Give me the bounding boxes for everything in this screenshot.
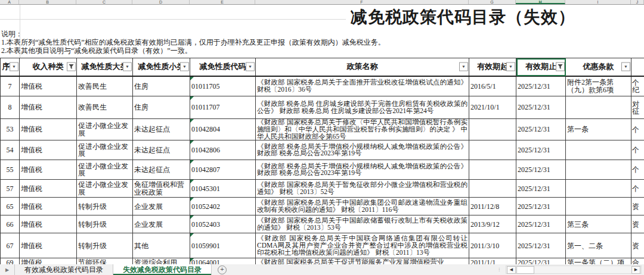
- column-letter-B[interactable]: B: [19, 0, 76, 4]
- filter-dropdown-icon[interactable]: ▼: [10, 62, 18, 71]
- cell-seq[interactable]: 55: [1, 160, 20, 180]
- cell-major[interactable]: 促进小微企业发展: [77, 160, 133, 180]
- filter-funnel-icon[interactable]: [556, 62, 565, 71]
- cell-seq[interactable]: 54: [1, 140, 20, 160]
- cell-policy[interactable]: 《财政部 国家税务总局关于中国邮政集团公司邮政速递物流业务重组改制有关税收问题的…: [256, 198, 469, 215]
- col-header-blank[interactable]: [631, 58, 644, 76]
- tab-invalid-directory[interactable]: 失效减免税政策代码目录: [113, 264, 212, 275]
- cell-clause[interactable]: [566, 180, 631, 198]
- cell-minor[interactable]: 未达起征点: [133, 160, 190, 180]
- cell-end[interactable]: 2025/12/31: [516, 96, 566, 119]
- cell-minor[interactable]: 未达起征点: [133, 119, 190, 140]
- cell-income[interactable]: 增值税: [20, 96, 77, 119]
- column-letter-F[interactable]: F: [255, 0, 469, 4]
- col-header-minor[interactable]: 减免性质小类▼: [133, 58, 190, 76]
- cell-policy[interactable]: 《财政部 税务总局关于增值税小规模纳税人减免增值税政策的公告》 财政部 税务总局…: [256, 160, 469, 180]
- cell-minor[interactable]: 住房: [133, 76, 190, 96]
- column-letter-C[interactable]: C: [76, 0, 132, 4]
- tab-splitter-handle[interactable]: ⁞: [499, 265, 500, 274]
- cell-policy[interactable]: 《财政部 国家税务总局关于中国联合网络通信集团有限公司转让CDMA网及其用户资产…: [256, 233, 469, 258]
- col-header-seq[interactable]: 序号▼: [1, 58, 20, 76]
- cell-major[interactable]: 促进小微企业发展: [77, 180, 133, 198]
- cell-income[interactable]: 增值税: [20, 215, 77, 233]
- col-header-start[interactable]: 有效期起▼: [469, 58, 516, 76]
- filter-dropdown-icon[interactable]: ▼: [180, 62, 189, 71]
- filter-dropdown-icon[interactable]: ▼: [506, 62, 515, 71]
- cell-policy[interactable]: 《财政部 国家税务总局关于中国邮政储蓄银行改制上市有关税收政策的通知》 财税〔2…: [256, 215, 469, 233]
- cell-start[interactable]: [469, 180, 516, 198]
- col-header-clause[interactable]: 优惠条款▼: [566, 58, 631, 76]
- cell-frag[interactable]: 个: [631, 140, 644, 160]
- cell-major[interactable]: 改善民生: [77, 76, 133, 96]
- cell-frag[interactable]: 个: [631, 160, 644, 180]
- cell-major[interactable]: 转制升级: [77, 215, 133, 233]
- cell-policy[interactable]: 《财政部 税务总局关于增值税小规模纳税人减免增值税政策的公告》 财政部 税务总局…: [256, 140, 469, 160]
- cell-code[interactable]: 01059901: [190, 233, 256, 258]
- filter-dropdown-icon[interactable]: ▼: [621, 62, 630, 71]
- cell-code[interactable]: 01052403: [190, 215, 256, 233]
- column-letter-D[interactable]: D: [132, 0, 190, 4]
- cell-major[interactable]: 改善民生: [77, 96, 133, 119]
- column-letter-A[interactable]: A: [0, 0, 19, 4]
- filter-dropdown-icon[interactable]: ▼: [123, 62, 132, 71]
- cell-seq[interactable]: 66: [1, 215, 20, 233]
- cell-start[interactable]: 2016/5/1: [469, 76, 516, 96]
- cell-income[interactable]: 增值税: [20, 140, 77, 160]
- cell-seq[interactable]: 7: [1, 76, 20, 96]
- cell-clause[interactable]: 第一、二条: [566, 233, 631, 258]
- cell-income[interactable]: 增值税: [20, 198, 77, 215]
- cell-code[interactable]: 01011705: [190, 76, 256, 96]
- cell-minor[interactable]: 住房: [133, 96, 190, 119]
- cell-start[interactable]: 2011/3/10: [469, 233, 516, 258]
- sheet-nav-arrow-icon[interactable]: ▶: [0, 264, 14, 275]
- cell-clause[interactable]: [566, 140, 631, 160]
- cell-end[interactable]: 2025/12/31: [516, 258, 566, 264]
- cell-frag[interactable]: 个: [631, 180, 644, 198]
- column-letter-H[interactable]: H: [516, 0, 565, 4]
- cell-end[interactable]: 2025/12/31: [516, 119, 566, 140]
- col-header-income[interactable]: 收入种类: [20, 58, 77, 76]
- cell-end[interactable]: 2025/12/31: [516, 140, 566, 160]
- cell-code[interactable]: 01042804: [190, 119, 256, 140]
- cell-end[interactable]: 2025/12/31: [516, 180, 566, 198]
- cell-policy[interactable]: 《财政部 国家税务总局关于全面推开营业税改征增值税试点的通知》 财税〔2016〕…: [256, 76, 469, 96]
- horizontal-scrollbar[interactable]: ◀ ▶: [506, 265, 642, 274]
- cell-start[interactable]: [469, 119, 516, 140]
- cell-clause[interactable]: 第三条: [566, 215, 631, 233]
- cell-major[interactable]: 促进小微企业发展: [77, 140, 133, 160]
- cell-policy[interactable]: 《财政部 国家税务总局关于修改〈中华人民共和国增值税暂行条例实施细则〉和〈中华人…: [256, 119, 469, 140]
- cell-seq[interactable]: 57: [1, 180, 20, 198]
- cell-major[interactable]: 转制升级: [77, 198, 133, 215]
- col-header-major[interactable]: 减免性质大类▼: [77, 58, 133, 76]
- cell-minor[interactable]: 未达起征点: [133, 140, 190, 160]
- cell-minor[interactable]: 免征增值税和营业税政策: [133, 180, 190, 198]
- cell-frag[interactable]: 资: [631, 198, 644, 215]
- cell-frag[interactable]: 资: [631, 215, 644, 233]
- cell-minor[interactable]: 企业发展: [133, 198, 190, 215]
- cell-end[interactable]: 2025/12/31: [516, 76, 566, 96]
- filter-dropdown-icon[interactable]: ▼: [246, 62, 255, 71]
- cell-income[interactable]: 增值税: [20, 180, 77, 198]
- column-letter-I[interactable]: I: [565, 0, 631, 4]
- cell-frag[interactable]: 个: [631, 119, 644, 140]
- cell-income[interactable]: 增值税: [20, 119, 77, 140]
- cell-frag[interactable]: 个纪: [631, 76, 644, 96]
- cell-end[interactable]: 2025/12/31: [516, 215, 566, 233]
- scroll-left-icon[interactable]: ◀: [507, 266, 516, 274]
- cell-code[interactable]: 01045301: [190, 180, 256, 198]
- cell-income[interactable]: 增值税: [20, 233, 77, 258]
- col-header-end[interactable]: 有效期止: [516, 58, 566, 76]
- cell-clause[interactable]: 附件2第一条第（九）款第6项: [566, 76, 631, 96]
- column-letter-E[interactable]: E: [190, 0, 255, 4]
- cell-minor[interactable]: 企业发展: [133, 215, 190, 233]
- cell-seq[interactable]: 65: [1, 198, 20, 215]
- cell-start[interactable]: 2011/12/8: [469, 198, 516, 215]
- cell-seq[interactable]: 53: [1, 119, 20, 140]
- add-sheet-icon[interactable]: +: [218, 265, 227, 274]
- scrollbar-thumb[interactable]: [516, 266, 534, 274]
- cell-code[interactable]: 01011707: [190, 96, 256, 119]
- cell-seq[interactable]: 67: [1, 233, 20, 258]
- cell-clause[interactable]: [566, 198, 631, 215]
- cell-seq[interactable]: 8: [1, 96, 20, 119]
- cell-frag[interactable]: 资: [631, 233, 644, 258]
